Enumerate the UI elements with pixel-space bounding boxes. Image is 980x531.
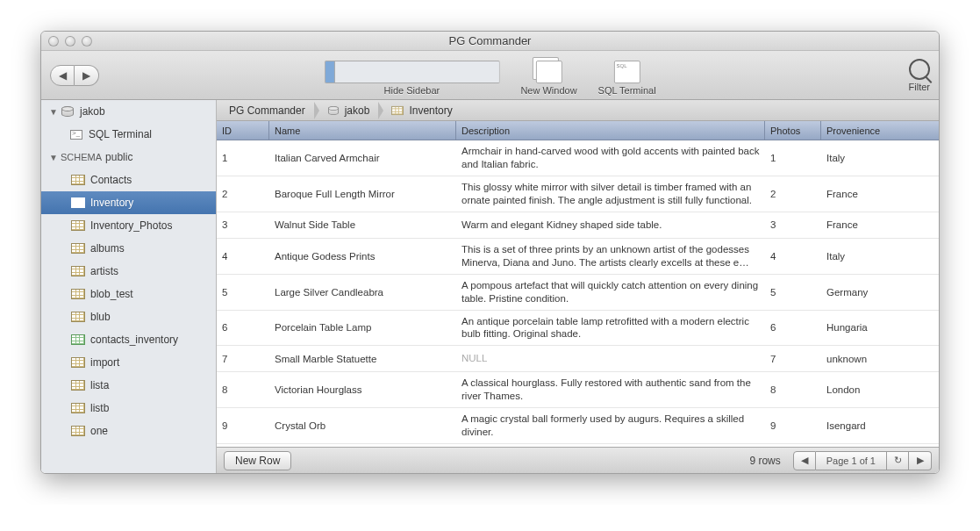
- nav-forward-button[interactable]: ▶: [75, 65, 99, 86]
- null-value: NULL: [461, 353, 487, 363]
- cell-description[interactable]: This is a set of three prints by an unkn…: [456, 239, 765, 274]
- window-title: PG Commander: [41, 34, 939, 47]
- cell-name[interactable]: Porcelain Table Lamp: [269, 318, 456, 337]
- sidebar-table-item[interactable]: albums: [41, 237, 216, 260]
- sidebar-table-item[interactable]: Contacts: [41, 169, 216, 191]
- cell-provenience[interactable]: France: [821, 184, 939, 204]
- table-row[interactable]: 8Victorian HourglassA classical hourglas…: [217, 372, 939, 408]
- cell-name[interactable]: Large Silver Candleabra: [269, 283, 456, 302]
- sidebar-table-item[interactable]: blub: [41, 305, 216, 328]
- cell-provenience[interactable]: France: [821, 215, 939, 234]
- disclosure-triangle-icon[interactable]: ▼: [48, 107, 59, 117]
- cell-description[interactable]: A classical hourglass. Fully restored wi…: [456, 372, 765, 407]
- cell-description[interactable]: This glossy white mirror with silver det…: [456, 176, 765, 212]
- disclosure-triangle-icon[interactable]: ▼: [48, 153, 59, 162]
- cell-name[interactable]: Baroque Full Length Mirror: [269, 184, 456, 204]
- cell-id[interactable]: 3: [217, 215, 269, 234]
- cell-id[interactable]: 2: [217, 184, 269, 204]
- magnifier-icon: [909, 59, 930, 80]
- breadcrumb-db[interactable]: jakob: [314, 100, 379, 120]
- cell-description[interactable]: NULL: [456, 348, 765, 370]
- cell-description[interactable]: A pompous artefact that will quickly cat…: [456, 275, 765, 310]
- cell-provenience[interactable]: London: [821, 380, 939, 399]
- new-window-button[interactable]: New Window: [520, 57, 576, 96]
- column-header-name[interactable]: Name: [269, 121, 456, 140]
- sql-terminal-button[interactable]: SQL Terminal: [598, 61, 656, 96]
- table-row[interactable]: 5Large Silver CandleabraA pompous artefa…: [217, 275, 939, 311]
- column-header-photos[interactable]: Photos: [765, 121, 821, 140]
- breadcrumb-root[interactable]: PG Commander: [217, 100, 314, 120]
- cell-id[interactable]: 8: [217, 380, 269, 399]
- cell-id[interactable]: 6: [217, 318, 269, 337]
- cell-provenience[interactable]: Isengard: [821, 416, 939, 435]
- app-window: PG Commander ◀ ▶ Hide Sidebar New Window…: [40, 31, 940, 474]
- cell-name[interactable]: Walnut Side Table: [269, 215, 456, 234]
- sidebar-table-item[interactable]: listb: [41, 397, 216, 420]
- reload-button[interactable]: ↻: [886, 451, 909, 470]
- sidebar-table-item[interactable]: artists: [41, 260, 216, 283]
- table-row[interactable]: 1Italian Carved ArmchairArmchair in hand…: [217, 140, 939, 176]
- cell-photos[interactable]: 6: [765, 318, 821, 337]
- cell-id[interactable]: 1: [217, 148, 269, 168]
- sidebar-table-item[interactable]: contacts_inventory: [41, 328, 216, 351]
- table-row[interactable]: 3Walnut Side TableWarm and elegant Kidne…: [217, 212, 939, 239]
- table-row[interactable]: 7Small Marble StatuetteNULL7unknown: [217, 346, 939, 372]
- nav-back-button[interactable]: ◀: [50, 65, 75, 86]
- cell-photos[interactable]: 4: [765, 247, 821, 266]
- cell-id[interactable]: 4: [217, 247, 269, 266]
- cell-name[interactable]: Victorian Hourglass: [269, 380, 456, 399]
- table-row[interactable]: 2Baroque Full Length MirrorThis glossy w…: [217, 176, 939, 212]
- sidebar-table-item[interactable]: Inventory: [41, 191, 216, 214]
- sidebar-table-label: Inventory_Photos: [90, 219, 172, 232]
- sidebar-table-item[interactable]: lista: [41, 374, 216, 397]
- table-row[interactable]: 9Crystal OrbA magic crystal ball formerl…: [217, 408, 939, 444]
- cell-photos[interactable]: 2: [765, 184, 821, 204]
- hide-sidebar-button[interactable]: Hide Sidebar: [324, 61, 499, 96]
- cell-id[interactable]: 5: [217, 283, 269, 302]
- sidebar-table-item[interactable]: one: [41, 420, 216, 442]
- next-page-button[interactable]: ▶: [909, 451, 932, 470]
- cell-photos[interactable]: 5: [765, 283, 821, 302]
- cell-name[interactable]: Small Marble Statuette: [269, 349, 456, 369]
- cell-photos[interactable]: 3: [765, 215, 821, 234]
- cell-photos[interactable]: 7: [765, 349, 821, 369]
- filter-label: Filter: [909, 82, 930, 92]
- schema-node[interactable]: ▼ SCHEMA public: [41, 146, 216, 169]
- table-row[interactable]: 6Porcelain Table LampAn antique porcelai…: [217, 311, 939, 347]
- sidebar-table-label: Inventory: [90, 197, 133, 209]
- cell-description[interactable]: A magic crystal ball formerly used by au…: [456, 408, 765, 443]
- filter-button[interactable]: Filter: [909, 59, 930, 92]
- cell-name[interactable]: Italian Carved Armchair: [269, 148, 456, 168]
- cell-provenience[interactable]: Italy: [821, 247, 939, 266]
- cell-id[interactable]: 7: [217, 349, 269, 369]
- table-icon: [71, 380, 85, 391]
- column-header-provenience[interactable]: Provenience: [821, 121, 939, 140]
- sql-terminal-node[interactable]: SQL Terminal: [41, 123, 216, 146]
- cell-photos[interactable]: 1: [765, 148, 821, 168]
- cell-provenience[interactable]: Germany: [821, 283, 939, 302]
- cell-photos[interactable]: 8: [765, 380, 821, 399]
- cell-description[interactable]: An antique porcelain table lamp retrofit…: [456, 311, 765, 346]
- cell-provenience[interactable]: unknown: [821, 349, 939, 369]
- table-row[interactable]: 4Antique Godess PrintsThis is a set of t…: [217, 239, 939, 275]
- table-body[interactable]: 1Italian Carved ArmchairArmchair in hand…: [217, 140, 939, 447]
- sidebar-table-item[interactable]: blob_test: [41, 283, 216, 305]
- cell-provenience[interactable]: Hungaria: [821, 318, 939, 337]
- sidebar-table-item[interactable]: Inventory_Photos: [41, 214, 216, 237]
- db-node[interactable]: ▼ jakob: [41, 100, 216, 123]
- cell-name[interactable]: Crystal Orb: [269, 416, 456, 435]
- prev-page-button[interactable]: ◀: [793, 451, 816, 470]
- table-icon: [71, 175, 85, 185]
- nav-buttons: ◀ ▶: [50, 65, 99, 86]
- new-row-button[interactable]: New Row: [224, 451, 291, 470]
- cell-provenience[interactable]: Italy: [821, 148, 939, 168]
- sidebar-table-item[interactable]: import: [41, 351, 216, 374]
- breadcrumb-table[interactable]: Inventory: [378, 100, 461, 120]
- cell-id[interactable]: 9: [217, 416, 269, 435]
- cell-name[interactable]: Antique Godess Prints: [269, 247, 456, 266]
- column-header-id[interactable]: ID: [217, 121, 269, 140]
- cell-photos[interactable]: 9: [765, 416, 821, 435]
- cell-description[interactable]: Armchair in hand-carved wood with gold a…: [456, 140, 765, 176]
- column-header-description[interactable]: Description: [456, 121, 765, 140]
- cell-description[interactable]: Warm and elegant Kidney shaped side tabl…: [456, 214, 765, 236]
